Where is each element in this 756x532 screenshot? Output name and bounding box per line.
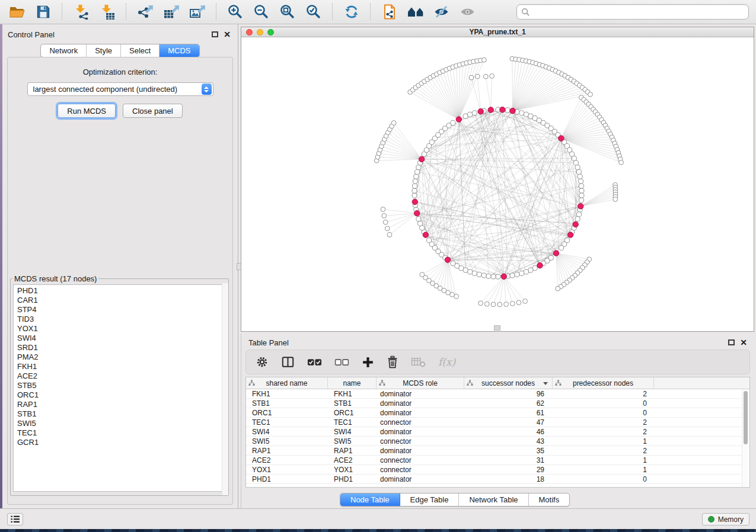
table-row[interactable]: STB1STB1dominator620 bbox=[246, 399, 749, 408]
mcds-result-item[interactable]: SWI5 bbox=[14, 419, 225, 428]
list-icon bbox=[10, 515, 20, 524]
show-panels-button[interactable] bbox=[7, 513, 23, 525]
zoom-selected-button[interactable] bbox=[304, 2, 323, 22]
search-input[interactable] bbox=[533, 8, 744, 17]
close-window-icon[interactable] bbox=[246, 29, 253, 36]
tab-select[interactable]: Select bbox=[121, 44, 160, 57]
column-header-predecessor-nodes[interactable]: predecessor nodes bbox=[553, 377, 654, 389]
tab-network[interactable]: Network bbox=[41, 44, 87, 57]
export-table-button[interactable] bbox=[161, 2, 181, 22]
table-row[interactable]: FKH1FKH1dominator962 bbox=[246, 389, 749, 399]
zoom-out-button[interactable] bbox=[251, 2, 271, 22]
zoom-in-button[interactable] bbox=[225, 2, 245, 22]
close-panel-icon[interactable]: ✕ bbox=[740, 339, 747, 345]
divider-knob[interactable] bbox=[494, 325, 500, 331]
network-from-selection-button[interactable] bbox=[379, 2, 399, 22]
tab-edge-table[interactable]: Edge Table bbox=[400, 493, 460, 506]
tab-mcds[interactable]: MCDS bbox=[160, 44, 199, 57]
mcds-result-item[interactable]: STB5 bbox=[14, 381, 225, 390]
mcds-result-item[interactable]: ACE2 bbox=[14, 371, 225, 381]
mcds-result-item[interactable]: CAR1 bbox=[14, 296, 225, 305]
search-field[interactable] bbox=[516, 4, 749, 20]
delete-table-button[interactable] bbox=[411, 356, 426, 368]
mcds-result-item[interactable]: FKH1 bbox=[14, 362, 225, 371]
table-row[interactable]: SWI4SWI4dominator462 bbox=[246, 427, 749, 437]
close-panel-button[interactable]: Close panel bbox=[123, 104, 183, 118]
table-row[interactable]: TEC1TEC1connector472 bbox=[246, 418, 749, 427]
network-canvas[interactable] bbox=[241, 37, 754, 331]
cell-mcds-role: dominator bbox=[377, 390, 464, 398]
zoom-fit-button[interactable] bbox=[277, 2, 297, 22]
plus-icon bbox=[362, 356, 374, 368]
table-panel: Table Panel ✕ f(x) shared namenameMCDS r… bbox=[241, 334, 754, 508]
show-columns-button[interactable] bbox=[281, 355, 295, 368]
first-neighbors-button[interactable] bbox=[406, 2, 425, 22]
mcds-result-item[interactable]: TEC1 bbox=[14, 428, 225, 438]
mcds-result-item[interactable]: SRD1 bbox=[14, 343, 225, 352]
table-scrollbar[interactable] bbox=[742, 390, 749, 486]
mcds-result-item[interactable]: GCR1 bbox=[14, 438, 225, 447]
show-all-button[interactable] bbox=[458, 2, 477, 22]
deselect-all-button[interactable] bbox=[334, 357, 349, 368]
node-table: shared namenameMCDS rolesuccessor nodesp… bbox=[245, 377, 750, 488]
memory-status-icon bbox=[708, 516, 714, 523]
mcds-result-item[interactable]: STP4 bbox=[14, 305, 225, 315]
tab-node-table[interactable]: Node Table bbox=[340, 493, 400, 506]
criterion-select[interactable]: largest connected component (undirected) bbox=[27, 82, 213, 96]
import-network-button[interactable] bbox=[71, 2, 91, 22]
run-mcds-button[interactable]: Run MCDS bbox=[58, 104, 116, 118]
cell-name: SWI4 bbox=[328, 428, 377, 436]
control-panel-tabs: NetworkStyleSelectMCDS bbox=[40, 44, 199, 57]
table-row[interactable]: PHD1PHD1dominator180 bbox=[246, 475, 749, 484]
mcds-result-item[interactable]: YOX1 bbox=[14, 324, 225, 334]
function-builder-button[interactable]: f(x) bbox=[438, 356, 455, 368]
tab-motifs[interactable]: Motifs bbox=[529, 493, 570, 506]
table-row[interactable]: RAP1RAP1dominator352 bbox=[246, 446, 749, 456]
float-panel-icon[interactable] bbox=[212, 31, 218, 37]
memory-button[interactable]: Memory bbox=[702, 513, 749, 525]
open-button[interactable] bbox=[7, 2, 27, 22]
mcds-result-item[interactable]: ORC1 bbox=[14, 390, 225, 400]
mcds-result-item[interactable]: SWI4 bbox=[14, 334, 225, 343]
minimize-window-icon[interactable] bbox=[257, 29, 263, 36]
table-row[interactable]: ACE2ACE2connector311 bbox=[246, 456, 749, 465]
mcds-result-item[interactable]: PMA2 bbox=[14, 352, 225, 362]
close-panel-icon[interactable]: ✕ bbox=[224, 31, 231, 37]
hide-selected-button[interactable] bbox=[432, 2, 451, 22]
maximize-window-icon[interactable] bbox=[267, 29, 274, 36]
apply-layout-button[interactable] bbox=[342, 2, 361, 22]
tab-network-table[interactable]: Network Table bbox=[459, 493, 528, 506]
select-all-button[interactable] bbox=[307, 357, 322, 368]
create-column-button[interactable] bbox=[362, 356, 374, 368]
show-all-icon bbox=[460, 5, 476, 19]
control-panel-title: Control Panel bbox=[8, 30, 55, 39]
delete-column-button[interactable] bbox=[387, 355, 398, 368]
save-button[interactable] bbox=[33, 2, 53, 22]
tab-style[interactable]: Style bbox=[87, 44, 121, 57]
cell-predecessor-nodes: 0 bbox=[553, 409, 654, 417]
column-header-shared-name[interactable]: shared name bbox=[246, 377, 328, 389]
mcds-result-item[interactable]: PHD1 bbox=[14, 285, 225, 296]
column-header-successor-nodes[interactable]: successor nodes bbox=[464, 377, 553, 389]
mcds-result-item[interactable]: STB1 bbox=[14, 409, 225, 419]
cell-successor-nodes: 35 bbox=[464, 447, 553, 455]
result-list-scrollbar[interactable] bbox=[222, 283, 228, 495]
float-panel-icon[interactable] bbox=[728, 339, 735, 345]
column-header-mcds-role[interactable]: MCDS role bbox=[377, 377, 464, 389]
table-row[interactable]: ORC1ORC1dominator610 bbox=[246, 408, 749, 418]
cell-predecessor-nodes: 2 bbox=[553, 390, 654, 398]
import-table-button[interactable] bbox=[97, 2, 117, 22]
export-image-button[interactable] bbox=[187, 2, 207, 22]
network-window-titlebar[interactable]: YPA_prune.txt_1 bbox=[241, 27, 754, 37]
trash-icon bbox=[387, 355, 398, 368]
table-row[interactable]: YOX1YOX1connector291 bbox=[246, 465, 749, 475]
table-row[interactable]: SWI5SWI5connector431 bbox=[246, 437, 749, 446]
network-graph[interactable] bbox=[241, 37, 754, 331]
mcds-result-item[interactable]: RAP1 bbox=[14, 400, 225, 409]
table-settings-button[interactable] bbox=[256, 355, 269, 368]
export-network-button[interactable] bbox=[135, 2, 155, 22]
select-all-icon bbox=[307, 357, 322, 368]
scrollbar-thumb[interactable] bbox=[744, 391, 748, 444]
mcds-result-item[interactable]: TID3 bbox=[14, 315, 225, 324]
column-header-name[interactable]: name bbox=[328, 377, 377, 389]
